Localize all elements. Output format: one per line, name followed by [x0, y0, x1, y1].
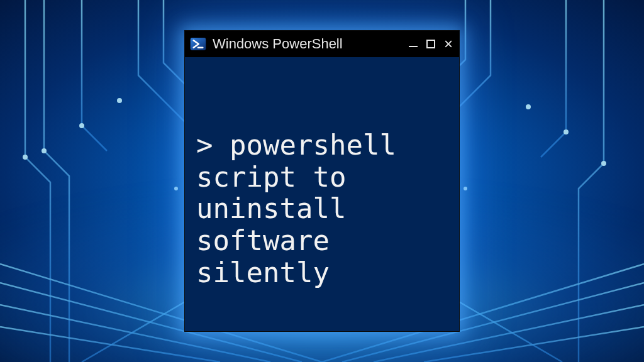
terminal-body[interactable]: > powershell script to uninstall softwar…	[185, 57, 459, 361]
minimize-button[interactable]	[409, 41, 418, 47]
svg-point-0	[23, 155, 28, 160]
maximize-icon	[426, 40, 435, 48]
svg-point-5	[564, 129, 569, 134]
window-controls: ×	[409, 40, 453, 48]
window-titlebar[interactable]: Windows PowerShell ×	[185, 31, 459, 57]
svg-point-4	[601, 161, 606, 166]
svg-point-6	[526, 104, 531, 109]
minimize-icon	[409, 46, 418, 47]
svg-point-3	[117, 98, 122, 103]
powershell-window: Windows PowerShell × > powershell script…	[184, 30, 460, 332]
svg-point-7	[174, 187, 178, 190]
close-button[interactable]: ×	[444, 40, 453, 48]
svg-point-2	[79, 123, 84, 128]
powershell-icon	[190, 36, 206, 52]
command-line: > powershell script to uninstall softwar…	[196, 129, 448, 288]
close-icon: ×	[444, 40, 453, 48]
maximize-button[interactable]	[426, 40, 435, 48]
svg-point-8	[464, 187, 467, 190]
svg-point-1	[42, 148, 47, 153]
window-title: Windows PowerShell	[213, 36, 402, 52]
